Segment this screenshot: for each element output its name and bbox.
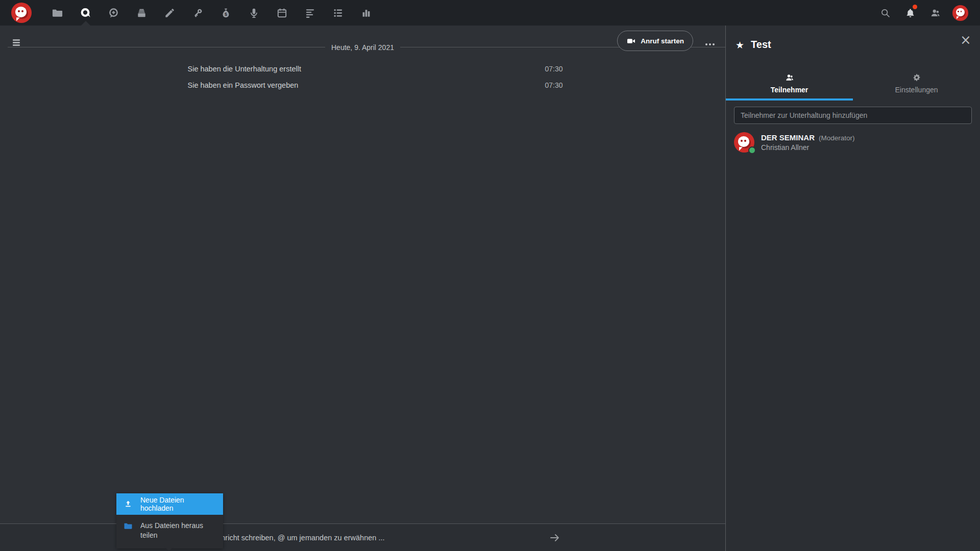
message-timestamp: 07:30 xyxy=(545,81,562,89)
app-window: $ Heute, 9. April 2021 Anruf starten Sie… xyxy=(0,0,980,551)
app-passwords-button[interactable] xyxy=(184,0,212,26)
message-list: Sie haben die Unterhaltung erstellt 07:3… xyxy=(159,54,567,93)
send-message-button[interactable] xyxy=(549,532,561,544)
participant-avatar xyxy=(734,132,754,153)
checklist-icon xyxy=(332,7,344,19)
user-avatar xyxy=(952,5,968,21)
attachment-menu: Neue Dateien hochladen Aus Dateien herau… xyxy=(116,493,223,548)
message-composer: Nachricht schreiben, @ um jemanden zu er… xyxy=(0,523,725,551)
tab-participants[interactable]: Teilnehmer xyxy=(726,69,853,101)
notifications-button[interactable] xyxy=(898,0,923,26)
close-icon: × xyxy=(960,33,971,46)
start-call-button[interactable]: Anruf starten xyxy=(617,31,693,51)
system-message-text: Sie haben die Unterhaltung erstellt xyxy=(188,65,301,73)
text-lines-icon xyxy=(304,7,316,19)
attachment-menu-caret xyxy=(164,546,174,551)
pencil-icon xyxy=(164,7,176,19)
close-sidebar-button[interactable]: × xyxy=(958,32,974,48)
app-calendar-button[interactable] xyxy=(268,0,296,26)
chat-header: Heute, 9. April 2021 Anruf starten xyxy=(0,26,725,54)
date-separator: Heute, 9. April 2021 xyxy=(0,43,725,52)
upload-new-files-label: Neue Dateien hochladen xyxy=(140,496,216,512)
participant-name: DER SEMINAR xyxy=(761,133,815,142)
add-participant-input[interactable] xyxy=(734,107,972,124)
app-talk-button[interactable] xyxy=(71,0,100,26)
conversation-title: Test xyxy=(751,39,771,51)
gear-icon xyxy=(912,73,921,82)
online-status-dot xyxy=(748,146,756,154)
app-announcements-button[interactable] xyxy=(296,0,324,26)
participant-role: (Moderator) xyxy=(819,134,855,142)
user-avatar-button[interactable] xyxy=(948,0,973,26)
chat-view: Heute, 9. April 2021 Anruf starten Sie h… xyxy=(0,26,725,551)
key-icon xyxy=(192,7,204,19)
app-files-button[interactable] xyxy=(43,0,71,26)
conversation-sidebar: × ★ Test Teilnehmer Einstellungen xyxy=(725,26,980,551)
video-camera-icon xyxy=(626,36,636,46)
upload-new-files-item[interactable]: Neue Dateien hochladen xyxy=(116,493,223,515)
participant-info: DER SEMINAR (Moderator) Christian Allner xyxy=(761,133,855,152)
app-dictation-button[interactable] xyxy=(240,0,268,26)
favorite-star-icon[interactable]: ★ xyxy=(736,39,744,51)
folder-icon xyxy=(52,7,63,19)
conversation-more-button[interactable] xyxy=(704,42,716,46)
participant-row[interactable]: DER SEMINAR (Moderator) Christian Allner xyxy=(734,131,972,154)
share-from-files-item[interactable]: Aus Dateien heraus teilen xyxy=(116,515,223,548)
app-analytics-button[interactable] xyxy=(352,0,380,26)
app-finance-button[interactable]: $ xyxy=(212,0,240,26)
participant-subtitle: Christian Allner xyxy=(761,143,855,152)
topbar-right xyxy=(873,0,980,26)
app-talk-search-button[interactable] xyxy=(100,0,128,26)
date-separator-label: Heute, 9. April 2021 xyxy=(325,43,400,52)
system-message-row: Sie haben ein Passwort vergeben 07:30 xyxy=(159,77,567,93)
talk-icon xyxy=(80,7,91,19)
tab-settings[interactable]: Einstellungen xyxy=(853,69,980,101)
system-message-row: Sie haben die Unterhaltung erstellt 07:3… xyxy=(159,61,567,77)
message-input[interactable]: Nachricht schreiben, @ um jemanden zu er… xyxy=(208,534,549,542)
search-button[interactable] xyxy=(873,0,898,26)
svg-text:$: $ xyxy=(225,12,227,17)
notification-dot xyxy=(913,5,917,9)
folder-share-icon xyxy=(124,521,133,531)
app-notes-button[interactable] xyxy=(156,0,184,26)
app-nav: $ xyxy=(43,0,380,26)
top-bar: $ xyxy=(0,0,980,26)
send-arrow-icon xyxy=(549,532,561,544)
calendar-icon xyxy=(276,7,288,19)
bubble-plus-icon xyxy=(108,7,119,19)
tab-participants-label: Teilnehmer xyxy=(771,86,808,94)
app-archive-button[interactable] xyxy=(128,0,156,26)
microphone-icon xyxy=(248,7,260,19)
tab-settings-label: Einstellungen xyxy=(895,86,938,94)
system-message-text: Sie haben ein Passwort vergeben xyxy=(188,81,299,89)
message-timestamp: 07:30 xyxy=(545,65,562,73)
contacts-icon xyxy=(930,8,941,18)
contacts-button[interactable] xyxy=(923,0,948,26)
add-participant-search xyxy=(734,107,972,124)
app-tasks-button[interactable] xyxy=(324,0,352,26)
participants-panel: DER SEMINAR (Moderator) Christian Allner xyxy=(726,101,980,154)
app-logo[interactable] xyxy=(11,3,32,23)
menu-toggle-icon[interactable] xyxy=(13,39,20,47)
bar-chart-icon xyxy=(360,7,372,19)
contacts-icon xyxy=(785,73,794,82)
start-call-label: Anruf starten xyxy=(641,37,684,45)
upload-icon xyxy=(124,499,133,509)
share-from-files-label: Aus Dateien heraus teilen xyxy=(140,521,215,540)
search-icon xyxy=(880,8,891,18)
sidebar-tabs: Teilnehmer Einstellungen xyxy=(726,69,980,101)
archive-icon xyxy=(136,7,148,19)
money-bag-icon: $ xyxy=(220,7,232,19)
sidebar-header: ★ Test xyxy=(726,26,980,51)
